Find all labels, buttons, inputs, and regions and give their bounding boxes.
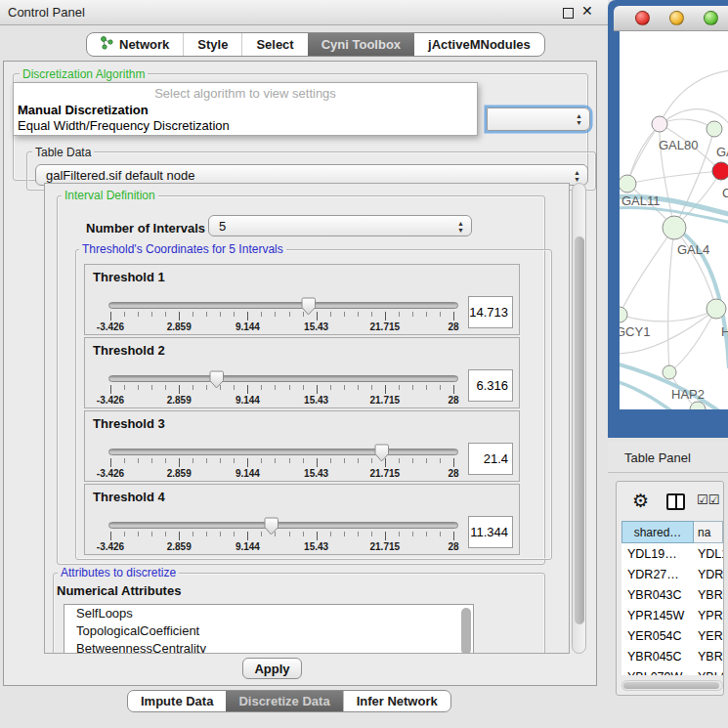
column-header-name[interactable]: na (694, 521, 723, 543)
slider-track[interactable] (108, 375, 458, 382)
tick-label: 15.43 (304, 395, 328, 406)
slider-thumb[interactable] (208, 370, 225, 389)
minor-tick (124, 458, 125, 463)
major-tick (317, 385, 318, 394)
tab-label: jActiveMNodules (428, 37, 531, 52)
table-row[interactable]: YPR145WYPR1 (621, 605, 723, 625)
tick-label: 2.859 (167, 541, 192, 552)
network-node-label: H (721, 324, 728, 339)
split-table-icon[interactable] (666, 493, 685, 510)
dropdown-prompt-item[interactable]: Select algorithm to view settings (14, 86, 477, 101)
horizontal-scrollbar-thumb[interactable] (623, 682, 719, 689)
close-traffic-light-icon[interactable] (635, 11, 650, 25)
attribute-list-item[interactable]: BetweennessCentrality (64, 640, 473, 654)
minor-tick (358, 385, 359, 390)
major-tick (110, 385, 111, 394)
minor-tick (440, 532, 441, 536)
minimize-traffic-light-icon[interactable] (669, 11, 684, 25)
minor-tick (234, 458, 235, 463)
tab-impute-data[interactable]: Impute Data (128, 691, 226, 711)
tab-infer-network[interactable]: Infer Network (343, 691, 450, 711)
slider-track[interactable] (108, 522, 458, 529)
numerical-attributes-label: Numerical Attributes (57, 583, 181, 598)
number-of-intervals-combobox[interactable]: 5 ▲▼ (208, 215, 472, 236)
table-row[interactable]: YBR045CYBR0 (621, 646, 723, 666)
numerical-attributes-list[interactable]: SelfLoopsTopologicalCoefficientBetweenne… (64, 604, 474, 654)
network-node-ga[interactable] (707, 121, 722, 137)
network-node-c[interactable] (712, 162, 728, 180)
tick-label: 15.43 (304, 468, 328, 479)
tab-network[interactable]: Network (87, 33, 183, 56)
network-node-hap2[interactable] (663, 365, 676, 379)
tab-cyni-toolbox[interactable]: Cyni Toolbox (308, 33, 414, 56)
attribute-list-item[interactable]: SelfLoops (64, 605, 473, 622)
group-label-interval-definition: Interval Definition (62, 189, 158, 202)
list-scrollbar-thumb[interactable] (461, 608, 471, 654)
table-panel: ⚙ ☑☑ shared… na YDL19…YDL1YDR27…YDR2YBR0… (616, 481, 724, 696)
table-row[interactable]: YBR043CYBR0 (621, 584, 723, 605)
tab-label: Network (119, 37, 169, 52)
network-node-gal80[interactable] (652, 116, 667, 132)
minor-tick (206, 312, 207, 317)
table-row[interactable]: YDL19…YDL1 (621, 543, 723, 564)
slider-thumb[interactable] (263, 517, 279, 535)
zoom-traffic-light-icon[interactable] (704, 11, 718, 25)
gear-icon[interactable]: ⚙ (632, 492, 649, 510)
horizontal-scrollbar[interactable] (621, 680, 723, 691)
threshold-slider-row: Threshold 3-3.4262.8599.14415.4321.71528… (84, 410, 520, 482)
column-header-shared-name[interactable]: shared… (621, 521, 694, 543)
tick-label: 9.144 (236, 468, 260, 479)
minor-tick (412, 385, 413, 390)
table-row[interactable]: YDR27…YDR2 (621, 564, 723, 584)
node-table[interactable]: shared… na YDL19…YDL1YDR27…YDR2YBR043CYB… (621, 521, 723, 675)
cell-name: YDR2 (694, 568, 723, 581)
dropdown-option-manual-discretization[interactable]: Manual Discretization (18, 103, 149, 117)
minor-tick (330, 312, 331, 317)
minor-tick (234, 385, 235, 390)
network-canvas[interactable]: GAL80GACGAL11GAL4HGCY1HAP2 (620, 31, 728, 409)
cell-name: YBR0 (694, 588, 723, 602)
major-tick (317, 532, 318, 540)
float-window-icon[interactable] (563, 8, 574, 19)
group-label-attributes: Attributes to discretize (58, 566, 179, 579)
checked-checkbox-icons[interactable]: ☑☑ (697, 492, 719, 507)
tab-label: Discretize Data (238, 694, 329, 708)
tab-select[interactable]: Select (241, 33, 307, 56)
table-row[interactable]: YER054CYER0 (621, 625, 723, 646)
network-node-gal11[interactable] (620, 175, 636, 193)
dropdown-option-equal-width-frequency[interactable]: Equal Width/Frequency Discretization (18, 118, 230, 133)
major-tick (453, 312, 454, 321)
network-node-h[interactable] (707, 299, 726, 319)
network-icon (101, 36, 113, 53)
slider-track[interactable] (108, 449, 458, 455)
threshold-value-field[interactable]: 21.4 (468, 443, 513, 475)
threshold-value-field[interactable]: 11.344 (468, 516, 513, 548)
bottom-tabstrip: Impute Data Discretize Data Infer Networ… (127, 690, 451, 712)
tick-label: 15.43 (304, 321, 328, 332)
slider-track[interactable] (108, 302, 458, 309)
minor-tick (151, 532, 152, 536)
minor-tick (234, 312, 235, 317)
tick-label: 2.859 (167, 468, 192, 479)
control-panel-titlebar: Control Panel ✕ (0, 0, 608, 25)
table-row[interactable]: YBL079WYBL0 (621, 666, 723, 675)
minor-tick (165, 312, 166, 317)
vertical-scrollbar-thumb[interactable] (575, 236, 584, 624)
network-node-gal4[interactable] (663, 216, 686, 239)
threshold-label: Threshold 3 (93, 416, 165, 431)
slider-thumb[interactable] (373, 444, 390, 462)
table-data-value: galFiltered.sif default node (46, 168, 194, 183)
minor-tick (138, 312, 139, 317)
tab-jactivemnodules[interactable]: jActiveMNodules (414, 33, 544, 56)
attribute-list-item[interactable]: TopologicalCoefficient (64, 622, 473, 640)
tab-style[interactable]: Style (183, 33, 241, 56)
tab-discretize-data[interactable]: Discretize Data (226, 691, 342, 711)
network-node-gcy1[interactable] (620, 307, 627, 322)
apply-button[interactable]: Apply (242, 658, 302, 679)
threshold-value-field[interactable]: 6.316 (468, 369, 513, 402)
threshold-value-field[interactable]: 14.713 (468, 296, 513, 328)
algorithm-combobox[interactable]: ▲▼ (487, 107, 590, 131)
vertical-scrollbar[interactable] (572, 183, 586, 654)
slider-thumb[interactable] (300, 297, 317, 316)
close-icon[interactable]: ✕ (581, 3, 593, 19)
